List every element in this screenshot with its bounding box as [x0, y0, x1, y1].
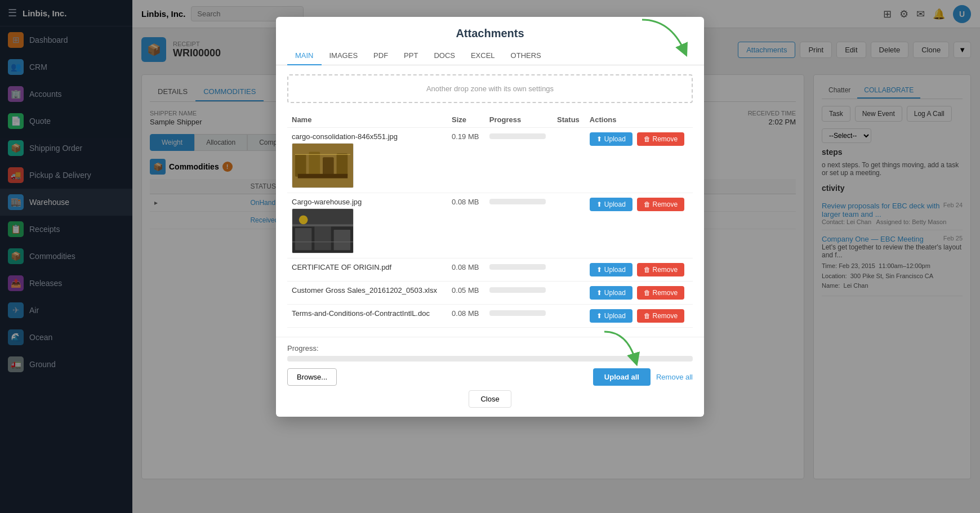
upload-icon-5: ⬆ [596, 312, 602, 320]
file-name-5: Terms-and-Conditions-of-ContractIntlL.do… [292, 309, 443, 318]
upload-button-3[interactable]: ⬆ Upload [590, 263, 632, 276]
browse-button[interactable]: Browse... [287, 368, 337, 386]
file-size-1: 0.19 MB [452, 132, 479, 141]
close-button[interactable]: Close [469, 390, 511, 408]
progress-track [287, 356, 693, 362]
remove-button-1[interactable]: 🗑 Remove [637, 132, 685, 146]
col-actions: Actions [585, 112, 693, 128]
progress-bar-1 [489, 133, 546, 139]
upload-all-button[interactable]: Upload all [593, 368, 651, 386]
upload-button-1[interactable]: ⬆ Upload [590, 132, 632, 146]
trash-icon-5: 🗑 [644, 312, 651, 320]
table-row: CERTIFICATE OF ORIGIN.pdf 0.08 MB ⬆ Uplo… [287, 258, 693, 282]
trash-icon-1: 🗑 [644, 135, 651, 143]
progress-label: Progress: [287, 344, 693, 353]
upload-button-4[interactable]: ⬆ Upload [590, 286, 632, 300]
remove-all-button[interactable]: Remove all [656, 373, 693, 381]
file-thumb-2 [292, 208, 354, 253]
file-status-4 [553, 282, 585, 305]
upload-button-2[interactable]: ⬆ Upload [590, 198, 632, 211]
progress-bar-4 [489, 287, 546, 293]
file-status-1 [553, 128, 585, 193]
svg-rect-2 [309, 151, 320, 176]
col-size: Size [447, 112, 485, 128]
svg-rect-4 [337, 153, 348, 176]
modal-tab-others[interactable]: OTHERS [503, 47, 549, 65]
svg-rect-5 [298, 174, 348, 179]
file-status-3 [553, 258, 585, 282]
remove-button-5[interactable]: 🗑 Remove [637, 309, 685, 323]
table-row: Cargo-warehouse.jpg [287, 193, 693, 258]
remove-button-3[interactable]: 🗑 Remove [637, 263, 685, 276]
modal-tab-pdf[interactable]: PDF [366, 47, 396, 65]
modal-footer: Progress: Browse... Uplo [276, 337, 704, 417]
file-size-3: 0.08 MB [452, 263, 479, 271]
svg-rect-3 [323, 157, 334, 176]
remove-button-2[interactable]: 🗑 Remove [637, 198, 685, 211]
modal-tab-docs[interactable]: DOCS [426, 47, 463, 65]
svg-rect-1 [295, 154, 306, 176]
upload-icon-1: ⬆ [596, 135, 602, 143]
progress-bar-5 [489, 310, 546, 316]
remove-button-4[interactable]: 🗑 Remove [637, 286, 685, 300]
file-name-3: CERTIFICATE OF ORIGIN.pdf [292, 263, 443, 271]
attachments-modal: Attachments MAIN IMAGES PDF PPT DOCS EXC… [276, 17, 704, 417]
upload-button-5[interactable]: ⬆ Upload [590, 309, 632, 323]
footer-actions: Browse... Upload all Remove all [287, 368, 693, 386]
modal-title: Attachments [276, 17, 704, 40]
col-status: Status [553, 112, 585, 128]
col-name: Name [287, 112, 447, 128]
progress-bar-3 [489, 264, 546, 270]
svg-point-14 [299, 216, 308, 225]
drop-zone[interactable]: Another drop zone with its own settings [287, 74, 693, 103]
file-status-5 [553, 305, 585, 328]
file-name-1: cargo-consolidation-846x551.jpg [292, 132, 443, 141]
trash-icon-3: 🗑 [644, 266, 651, 274]
file-name-2: Cargo-warehouse.jpg [292, 198, 443, 206]
file-thumb-1 [292, 143, 354, 188]
modal-tab-main[interactable]: MAIN [287, 47, 322, 65]
progress-bar-2 [489, 199, 546, 204]
modal-tabs: MAIN IMAGES PDF PPT DOCS EXCEL OTHERS [276, 40, 704, 65]
table-row: Terms-and-Conditions-of-ContractIntlL.do… [287, 305, 693, 328]
footer-right: Upload all Remove all [593, 368, 693, 386]
file-size-4: 0.05 MB [452, 286, 479, 295]
svg-rect-12 [292, 224, 353, 226]
upload-icon-4: ⬆ [596, 289, 602, 297]
table-row: Customer Gross Sales_20161202_0503.xlsx … [287, 282, 693, 305]
trash-icon-4: 🗑 [644, 289, 651, 297]
file-name-4: Customer Gross Sales_20161202_0503.xlsx [292, 286, 443, 295]
modal-body: Another drop zone with its own settings … [276, 65, 704, 337]
svg-rect-9 [295, 228, 311, 250]
modal-tab-ppt[interactable]: PPT [396, 47, 426, 65]
file-status-2 [553, 193, 585, 258]
file-size-2: 0.08 MB [452, 198, 479, 206]
upload-icon-2: ⬆ [596, 200, 602, 208]
modal-tab-excel[interactable]: EXCEL [463, 47, 503, 65]
modal-overlay: Attachments MAIN IMAGES PDF PPT DOCS EXC… [0, 0, 980, 513]
table-row: cargo-consolidation-846x551.jpg [287, 128, 693, 193]
trash-icon-2: 🗑 [644, 200, 651, 208]
col-progress: Progress [485, 112, 553, 128]
svg-rect-10 [314, 226, 331, 250]
file-table: Name Size Progress Status Actions cargo-… [287, 112, 693, 328]
file-size-5: 0.08 MB [452, 309, 479, 318]
svg-rect-11 [334, 230, 350, 250]
modal-tab-images[interactable]: IMAGES [322, 47, 366, 65]
upload-icon-3: ⬆ [596, 266, 602, 274]
